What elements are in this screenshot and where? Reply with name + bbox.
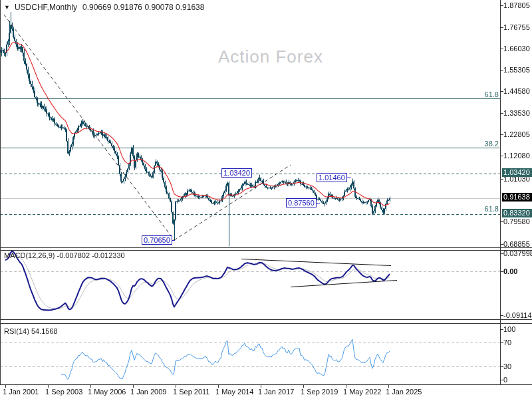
price-level-annotation[interactable]: 1.03420 (221, 168, 252, 178)
price-level-annotation[interactable]: 0.87560 (286, 198, 317, 207)
chart-window: Action Forex ▼USDCHF,Monthly0.90669 0.91… (0, 0, 532, 399)
price-chart-canvas[interactable] (0, 0, 532, 399)
price-level-annotation[interactable]: 0.70650 (142, 235, 172, 245)
price-level-annotation[interactable]: 1.01460 (317, 173, 347, 182)
